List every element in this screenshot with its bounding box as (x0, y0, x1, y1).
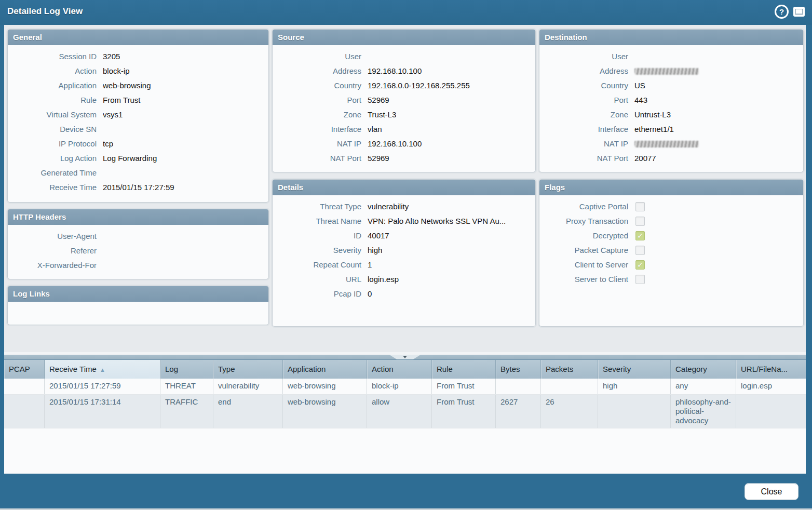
footer-bar: Close (0, 474, 812, 510)
panel-general-header: General (8, 30, 268, 45)
field-label: URL (273, 272, 361, 287)
field-label: Address (273, 64, 361, 78)
field-row: Zone Untrust-L3 (539, 108, 803, 122)
flag-row: Client to Server ✓ (539, 258, 803, 272)
column-header-label: Receive Time (49, 365, 97, 373)
flag-row: Packet Capture ✓ (539, 243, 803, 258)
table-row[interactable]: 2015/01/15 17:31:14 TRAFFIC end web-brow… (4, 395, 806, 428)
flag-checkbox: ✓ (635, 246, 645, 255)
flag-checkbox: ✓ (635, 202, 645, 211)
cell-category: any (671, 379, 736, 394)
field-label: NAT Port (273, 151, 361, 166)
field-label: Zone (273, 108, 361, 122)
restore-window-icon[interactable] (793, 7, 805, 17)
field-row: Log Action Log Forwarding (8, 151, 268, 166)
field-row: Threat Name VPN: Palo Alto Networks SSL … (273, 214, 535, 229)
field-label: Country (539, 78, 628, 93)
collapse-handle-icon[interactable] (389, 355, 421, 359)
table-row[interactable]: 2015/01/15 17:27:59 THREAT vulnerability… (4, 379, 806, 395)
field-value: vlan (368, 122, 382, 137)
field-label: NAT IP (539, 137, 628, 151)
column-header-bytes[interactable]: Bytes (496, 360, 541, 379)
field-label: Interface (273, 122, 361, 137)
field-value: 1 (368, 258, 372, 272)
cell-bytes: 2627 (496, 395, 541, 428)
close-button[interactable]: Close (745, 483, 799, 500)
dialog-title: Detailed Log View (7, 6, 83, 17)
field-row: NAT Port 20077 (539, 151, 803, 166)
cell-log: TRAFFIC (160, 395, 213, 428)
flag-row: Captive Portal ✓ (539, 199, 803, 214)
field-value: vulnerability (368, 199, 409, 214)
column-header-application[interactable]: Application (283, 360, 367, 379)
column-header-url-filename[interactable]: URL/FileNa... (736, 360, 806, 379)
log-detail-section: General Session ID 3205 Action block-ip … (4, 25, 806, 352)
log-links-empty-body (8, 302, 268, 306)
dialog-content: General Session ID 3205 Action block-ip … (4, 25, 806, 474)
field-label: Virtual System (8, 108, 97, 122)
cell-url-filename: login.esp (736, 379, 806, 394)
field-row: Interface vlan (273, 122, 535, 137)
cell-rule: From Trust (432, 395, 496, 428)
field-label: Interface (539, 122, 628, 137)
field-row: Repeat Count 1 (273, 258, 535, 272)
field-value: tcp (103, 137, 113, 151)
flag-label: Packet Capture (539, 243, 628, 258)
column-header-pcap[interactable]: PCAP (4, 360, 45, 379)
help-icon[interactable]: ? (775, 5, 789, 19)
column-header-severity[interactable]: Severity (598, 360, 671, 379)
field-row: Pcap ID 0 (273, 287, 535, 301)
panel-source-header: Source (273, 30, 535, 45)
field-label: Application (8, 78, 97, 93)
splitter-bar[interactable] (4, 355, 806, 359)
field-label: NAT IP (273, 137, 361, 151)
field-label: Receive Time (8, 180, 97, 195)
column-header-action[interactable]: Action (367, 360, 432, 379)
column-header-category[interactable]: Category (671, 360, 736, 379)
cell-action: block-ip (367, 379, 432, 394)
column-header-packets[interactable]: Packets (541, 360, 598, 379)
cell-application: web-browsing (283, 395, 367, 428)
panel-log-links-header: Log Links (8, 286, 268, 302)
cell-packets (541, 379, 598, 394)
field-label: ID (273, 229, 361, 243)
field-value (634, 68, 699, 75)
field-value: 443 (634, 93, 647, 108)
field-value: high (368, 243, 382, 258)
flag-checkbox: ✓ (635, 260, 645, 270)
panel-destination: Destination User Address Country US Port… (539, 29, 804, 172)
field-label: Session ID (8, 49, 97, 64)
field-row: Rule From Trust (8, 93, 268, 108)
column-header-rule[interactable]: Rule (432, 360, 496, 379)
field-label: Port (539, 93, 628, 108)
field-value: block-ip (103, 64, 130, 78)
panel-flags-header: Flags (539, 180, 803, 195)
cell-severity (598, 395, 671, 428)
field-value (634, 141, 699, 147)
field-value: 0 (368, 287, 372, 301)
field-label: Repeat Count (273, 258, 361, 272)
field-value: 40017 (368, 229, 389, 243)
field-row: Device SN (8, 122, 268, 137)
sort-asc-icon: ▲ (100, 367, 105, 373)
field-label: Log Action (8, 151, 97, 166)
field-row: Port 52969 (273, 93, 535, 108)
field-label: Generated Time (8, 166, 97, 180)
panel-http-headers-header: HTTP Headers (8, 209, 268, 225)
field-label: User-Agent (8, 229, 97, 244)
cell-receive-time: 2015/01/15 17:31:14 (45, 395, 160, 428)
field-label: Severity (273, 243, 361, 258)
field-row: Virtual System vsys1 (8, 108, 268, 122)
field-row: IP Protocol tcp (8, 137, 268, 151)
flag-checkbox: ✓ (635, 275, 645, 284)
field-row: Generated Time (8, 166, 268, 180)
column-header-log[interactable]: Log (160, 360, 213, 379)
field-value: ethernet1/1 (634, 122, 674, 137)
field-value: Trust-L3 (368, 108, 396, 122)
column-header-type[interactable]: Type (213, 360, 283, 379)
field-value: 20077 (634, 151, 656, 166)
column-header-receive-time[interactable]: Receive Time▲ (45, 360, 160, 379)
field-row: ID 40017 (273, 229, 535, 243)
field-value: US (634, 78, 645, 93)
panel-flags: Flags Captive Portal ✓ Proxy Transaction… (539, 179, 804, 327)
